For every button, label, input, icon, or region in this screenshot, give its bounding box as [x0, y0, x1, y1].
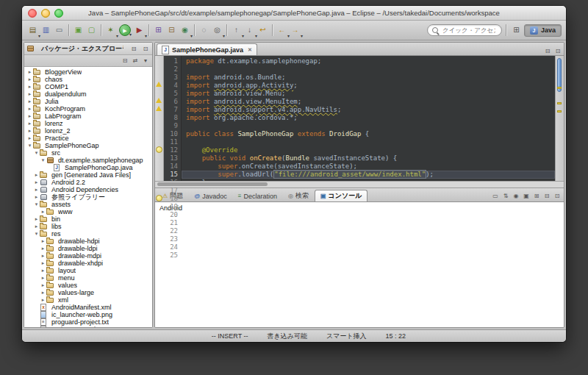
tree-item[interactable]: ic_launcher-web.png [24, 311, 152, 318]
display-selected-console-icon[interactable]: ▣ [522, 191, 531, 200]
code-line[interactable]: import android.view.MenuItem; [186, 98, 555, 106]
forward-icon[interactable]: →▾ [289, 24, 301, 37]
tree-item[interactable]: ▸gen [Generated Java Files] [24, 171, 152, 179]
disclosure-triangle-icon[interactable]: ▸ [40, 252, 46, 260]
tab-search[interactable]: ◎検索 [283, 190, 314, 201]
disclosure-triangle-icon[interactable]: ▸ [26, 68, 33, 76]
code-line[interactable]: super.onCreate(savedInstanceState); [186, 162, 555, 171]
disclosure-triangle-icon[interactable]: ▾ [40, 157, 46, 164]
code-line[interactable]: public void onCreate(Bundle savedInstanc… [186, 154, 555, 162]
open-console-icon[interactable]: ⊞ [532, 191, 541, 200]
open-type-icon[interactable]: ◌ [198, 24, 210, 37]
editor-tab[interactable]: J SamplePhoneGap.java ✕ [157, 43, 257, 55]
code-line[interactable]: import android.os.Bundle; [186, 74, 555, 82]
code-line[interactable]: import android.support.v4.app.NavUtils; [186, 106, 555, 114]
tree-item[interactable]: ▸xml [24, 296, 152, 304]
disclosure-triangle-icon[interactable]: ▸ [33, 186, 40, 193]
tree-item[interactable]: ▸Julia [24, 98, 152, 105]
code-line[interactable]: public class SamplePhoneGap extends Droi… [186, 130, 555, 138]
code-line[interactable] [186, 122, 555, 130]
disclosure-triangle-icon[interactable]: ▸ [26, 135, 33, 142]
code-line[interactable]: package dt.example.samplephonegap; [186, 57, 555, 65]
overview-warning-tick[interactable] [557, 110, 562, 113]
maximize-editor-icon[interactable]: ⊡ [553, 46, 562, 55]
tree-item[interactable]: JSamplePhoneGap.java [24, 164, 152, 171]
code-line[interactable]: super.loadUrl("file:///android_asset/www… [182, 171, 555, 179]
package-explorer-header[interactable]: パッケージ・エクスプローラー ⊟ ⊡ [24, 43, 152, 55]
disclosure-triangle-icon[interactable]: ▸ [26, 105, 33, 113]
tree-item[interactable]: ▸参照ライブラリー [24, 193, 152, 201]
zoom-window-button[interactable] [54, 9, 63, 18]
print-icon[interactable]: ▭ [53, 24, 65, 37]
tree-item[interactable]: ▾assets [24, 201, 152, 208]
next-annotation-icon[interactable]: ↓▾ [243, 24, 256, 37]
previous-annotation-icon[interactable]: ↑▾ [230, 24, 243, 37]
link-with-editor-icon[interactable]: ⇄ [131, 57, 140, 65]
warning-marker-icon[interactable] [156, 106, 162, 111]
external-tools-icon[interactable]: ▶▾ [133, 24, 146, 37]
new-package-icon[interactable]: ⊟ [165, 24, 178, 37]
disclosure-triangle-icon[interactable]: ▸ [40, 267, 46, 274]
disclosure-triangle-icon[interactable]: ▸ [33, 171, 40, 179]
tree-item[interactable]: ▸values-large [24, 289, 152, 296]
java-perspective-button[interactable]: J Java [524, 24, 562, 37]
horizontal-scrollbar-thumb[interactable] [157, 182, 268, 186]
last-edit-location-icon[interactable]: ↩ [257, 24, 269, 37]
tree-item[interactable]: ▸Android Dependencies [24, 186, 152, 193]
disclosure-triangle-icon[interactable]: ▸ [40, 274, 46, 282]
disclosure-triangle-icon[interactable]: ▸ [26, 113, 33, 120]
disclosure-triangle-icon[interactable]: ▸ [26, 127, 33, 135]
tree-item[interactable]: ▾SamplePhoneGap [24, 142, 152, 149]
disclosure-triangle-icon[interactable]: ▸ [26, 90, 33, 98]
code-line[interactable]: import android.app.Activity; [186, 82, 555, 90]
horizontal-scrollbar[interactable] [155, 181, 564, 188]
run-icon[interactable]: ▶▾ [119, 24, 131, 36]
overview-warning-tick[interactable] [557, 102, 562, 104]
tab-console[interactable]: ▣コンソール [315, 190, 368, 201]
tree-item[interactable]: ▸drawable-xhdpi [24, 260, 152, 267]
code-editor[interactable]: 1234567891011121314151617181920212223242… [155, 56, 564, 181]
disclosure-triangle-icon[interactable]: ▸ [26, 120, 33, 127]
quick-access-input[interactable] [441, 26, 497, 35]
android-virtual-device-manager-icon[interactable]: ▢ [85, 24, 98, 37]
code-line[interactable] [186, 138, 555, 146]
minimize-window-button[interactable] [41, 9, 50, 18]
tree-item[interactable]: ▾src [24, 149, 152, 157]
disclosure-triangle-icon[interactable]: ▸ [40, 245, 46, 252]
tree-item[interactable]: ▸dualpendulum [24, 90, 152, 98]
back-icon[interactable]: ←▾ [276, 24, 288, 37]
minimize-view-icon[interactable]: ⊟ [129, 44, 138, 53]
tree-item[interactable]: ▸BloggerView [24, 68, 152, 76]
disclosure-triangle-icon[interactable]: ▾ [33, 230, 40, 238]
disclosure-triangle-icon[interactable]: ▸ [26, 98, 33, 105]
disclosure-triangle-icon[interactable]: ▾ [33, 201, 40, 208]
disclosure-triangle-icon[interactable]: ▸ [33, 179, 40, 186]
tree-item[interactable]: ▸drawable-hdpi [24, 238, 152, 245]
new-wizard-icon[interactable]: ▤▾ [26, 24, 39, 37]
titlebar[interactable]: Java – SamplePhoneGap/src/dt/example/sam… [22, 6, 566, 21]
tree-item[interactable]: ▸www [24, 208, 152, 215]
code-area[interactable]: package dt.example.samplephonegap;import… [182, 56, 555, 181]
code-line[interactable]: import android.view.Menu; [186, 90, 555, 98]
disclosure-triangle-icon[interactable]: ▸ [40, 238, 46, 245]
tree-item[interactable]: ▸chaos [24, 76, 152, 83]
tree-item[interactable]: ▸layout [24, 267, 152, 274]
tree-item[interactable]: ▸menu [24, 274, 152, 282]
tree-item[interactable]: ▾res [24, 230, 152, 238]
maximize-view-icon[interactable]: ⊡ [553, 191, 562, 200]
warning-marker-icon[interactable] [156, 82, 162, 87]
save-icon[interactable]: ▥ [40, 24, 52, 37]
tree-item[interactable]: =project.properties [24, 326, 152, 327]
view-menu-icon[interactable]: ▾ [141, 57, 150, 65]
tree-item[interactable]: ≡proguard-project.txt [24, 318, 152, 326]
disclosure-triangle-icon[interactable]: ▸ [33, 223, 40, 230]
disclosure-triangle-icon[interactable]: ▸ [33, 193, 40, 201]
disclosure-triangle-icon[interactable]: ▾ [33, 149, 40, 157]
clear-console-icon[interactable]: ▭ [491, 191, 500, 200]
code-line[interactable]: import org.apache.cordova.*; [186, 114, 555, 122]
code-line[interactable] [186, 65, 555, 74]
disclosure-triangle-icon[interactable]: ▸ [40, 208, 46, 215]
tree-item[interactable]: ▸lorenz_2 [24, 127, 152, 135]
tab-declaration[interactable]: ≡Declaration [233, 190, 282, 201]
overview-warning-tick[interactable] [557, 87, 562, 89]
